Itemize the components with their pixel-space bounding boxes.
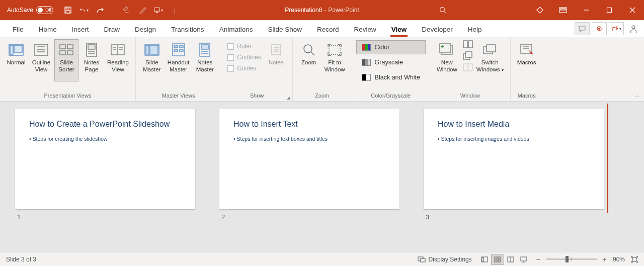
slide-sorter-workspace[interactable]: How to Create a PowerPoint Slideshow• St…: [0, 102, 644, 252]
svg-rect-1: [66, 7, 69, 9]
close-button[interactable]: [621, 0, 644, 20]
autosave-label: AutoSave: [7, 7, 33, 14]
svg-rect-22: [60, 45, 65, 49]
slide-thumbnail[interactable]: How to Insert Media• Steps for inserting…: [424, 109, 604, 221]
group-label: Window: [434, 91, 506, 100]
group-window: +NewWindow SwitchWindows ▾ Window: [430, 37, 511, 101]
autosave-toggle[interactable]: AutoSave Off: [7, 6, 53, 14]
handout-master-button[interactable]: HandoutMaster: [165, 39, 192, 81]
share-button[interactable]: ▾: [609, 22, 624, 35]
sorter-view-icon[interactable]: [491, 254, 504, 265]
slide-counter[interactable]: Slide 3 of 3: [6, 256, 36, 263]
display-settings-button[interactable]: Display Settings: [418, 256, 472, 263]
svg-line-53: [311, 52, 314, 55]
comments-button[interactable]: [575, 22, 590, 35]
svg-rect-83: [632, 257, 636, 261]
fit-to-window-button[interactable]: Fit toWindow: [322, 39, 348, 81]
group-label: Macros: [515, 91, 539, 100]
slide-sorter-button[interactable]: SlideSorter: [54, 39, 78, 81]
svg-rect-58: [463, 41, 467, 48]
window-title: Presentation8 - PowerPoint: [285, 7, 359, 14]
normal-view-icon[interactable]: [478, 254, 491, 265]
svg-text:+: +: [441, 43, 444, 49]
svg-point-13: [598, 28, 600, 30]
format-painter-icon[interactable]: [122, 6, 131, 15]
move-split-icon[interactable]: [463, 63, 473, 71]
redo-icon[interactable]: [96, 6, 105, 15]
notes-page-button[interactable]: NotesPage: [79, 39, 104, 81]
notes-master-button[interactable]: NotesMaster: [193, 39, 217, 81]
search-box[interactable]: [357, 4, 528, 17]
ruler-checkbox: Ruler: [225, 41, 263, 51]
svg-rect-37: [146, 45, 149, 54]
diamond-icon[interactable]: [528, 0, 551, 20]
tab-insert[interactable]: Insert: [64, 22, 97, 37]
minimize-button[interactable]: [575, 0, 598, 20]
ribbon-display-icon[interactable]: [551, 0, 575, 20]
svg-rect-23: [67, 45, 73, 49]
reading-view-button[interactable]: ReadingView: [105, 39, 131, 81]
new-window-button[interactable]: +NewWindow: [434, 39, 460, 81]
svg-rect-25: [67, 51, 73, 55]
tab-developer[interactable]: Developer: [414, 22, 460, 37]
reading-view-icon[interactable]: [504, 254, 517, 265]
zoom-level[interactable]: 90%: [613, 256, 625, 263]
account-icon[interactable]: [626, 22, 641, 35]
arrange-all-icon[interactable]: [463, 40, 473, 48]
tab-record[interactable]: Record: [309, 22, 347, 37]
undo-icon[interactable]: ▾: [79, 6, 89, 15]
tab-slideshow[interactable]: Slide Show: [260, 22, 309, 37]
slide-thumbnail[interactable]: How to Insert Text• Steps for inserting …: [219, 109, 399, 221]
zoom-slider[interactable]: [546, 258, 597, 260]
record-button[interactable]: [592, 22, 607, 35]
slide-bullet: • Steps for creating the slideshow: [29, 136, 181, 142]
svg-point-67: [530, 52, 532, 54]
slide-master-button[interactable]: SlideMaster: [140, 39, 164, 81]
outline-view-button[interactable]: OutlineView: [29, 39, 53, 81]
tab-review[interactable]: Review: [347, 22, 384, 37]
tab-design[interactable]: Design: [127, 22, 164, 37]
tab-file[interactable]: File: [5, 22, 31, 37]
dialog-launcher-icon[interactable]: ◢: [287, 95, 290, 100]
color-button[interactable]: Color: [356, 40, 426, 54]
collapse-ribbon-icon[interactable]: ︿: [635, 92, 640, 99]
notes-button[interactable]: Notes: [264, 39, 288, 81]
slide-thumbnail[interactable]: How to Create a PowerPoint Slideshow• St…: [15, 109, 195, 221]
qat-more-icon[interactable]: ⋮: [170, 6, 179, 15]
eyedropper-icon[interactable]: [138, 6, 147, 15]
svg-rect-11: [579, 26, 585, 30]
gridlines-checkbox: Gridlines: [225, 52, 263, 62]
svg-rect-18: [35, 44, 48, 55]
normal-view-button[interactable]: Normal: [4, 39, 28, 81]
slide-number: 3: [424, 213, 604, 221]
macros-button[interactable]: Macros: [515, 39, 539, 81]
svg-rect-17: [14, 45, 22, 52]
group-label: Color/Grayscale: [356, 91, 426, 100]
cascade-icon[interactable]: [463, 51, 473, 60]
zoom-in-button[interactable]: +: [603, 255, 607, 263]
svg-rect-80: [521, 257, 527, 261]
fit-to-window-icon[interactable]: [631, 256, 638, 263]
tab-home[interactable]: Home: [31, 22, 64, 37]
slideshow-view-icon[interactable]: [517, 254, 530, 265]
svg-rect-65: [487, 45, 496, 52]
svg-rect-76: [495, 260, 497, 262]
group-label: Master Views: [140, 91, 217, 100]
ribbon-tabs: File Home Insert Draw Design Transitions…: [0, 20, 644, 37]
svg-point-4: [440, 8, 445, 12]
black-white-button[interactable]: Black and White: [356, 70, 426, 84]
maximize-button[interactable]: [598, 0, 621, 20]
svg-rect-2: [66, 11, 70, 13]
switch-windows-button[interactable]: SwitchWindows ▾: [474, 39, 506, 81]
svg-rect-41: [180, 45, 183, 48]
tab-draw[interactable]: Draw: [97, 22, 128, 37]
grayscale-button[interactable]: Grayscale: [356, 55, 426, 69]
tab-animations[interactable]: Animations: [212, 22, 261, 37]
present-icon[interactable]: ▾: [154, 6, 163, 15]
tab-transitions[interactable]: Transitions: [164, 22, 212, 37]
tab-view[interactable]: View: [384, 22, 415, 37]
zoom-out-button[interactable]: −: [536, 255, 540, 263]
save-icon[interactable]: [63, 6, 72, 15]
zoom-button[interactable]: Zoom: [297, 39, 321, 81]
tab-help[interactable]: Help: [460, 22, 490, 37]
